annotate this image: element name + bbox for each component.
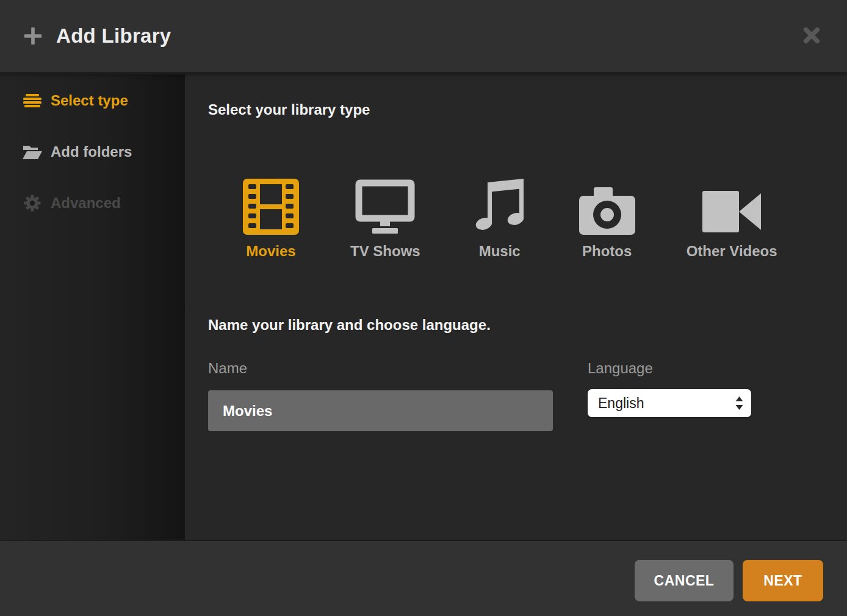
next-button[interactable]: NEXT xyxy=(743,560,823,601)
add-library-dialog: Add Library Select type xyxy=(0,0,847,616)
library-type-tv-shows[interactable]: TV Shows xyxy=(350,179,420,260)
tv-icon xyxy=(355,179,416,235)
language-field-label: Language xyxy=(588,360,653,377)
language-select-value: English xyxy=(598,395,644,412)
sidebar-item-label: Add folders xyxy=(51,143,132,160)
open-folder-icon xyxy=(22,144,43,160)
sidebar-item-add-folders[interactable]: Add folders xyxy=(0,134,185,170)
dialog-title: Add Library xyxy=(56,24,171,48)
library-type-label: TV Shows xyxy=(350,243,420,260)
music-note-icon xyxy=(472,179,528,235)
close-button[interactable] xyxy=(799,23,824,49)
dialog-footer: CANCEL NEXT xyxy=(0,540,847,616)
library-type-other-videos[interactable]: Other Videos xyxy=(687,179,777,260)
sidebar-item-label: Advanced xyxy=(51,195,121,212)
library-type-label: Photos xyxy=(582,243,632,260)
library-type-movies[interactable]: Movies xyxy=(243,179,299,260)
library-type-label: Music xyxy=(479,243,521,260)
name-section-heading: Name your library and choose language. xyxy=(208,317,491,334)
list-lines-icon xyxy=(22,94,43,107)
sidebar-item-label: Select type xyxy=(51,92,128,109)
plus-icon xyxy=(23,26,43,46)
library-type-label: Movies xyxy=(246,243,295,260)
library-type-heading: Select your library type xyxy=(208,101,370,118)
language-select[interactable]: English xyxy=(588,389,751,417)
wizard-content: Select your library type xyxy=(185,74,847,540)
wizard-sidebar: Select type Add folders xyxy=(0,74,185,540)
cancel-button[interactable]: CANCEL xyxy=(635,560,733,601)
video-camera-icon xyxy=(702,179,761,235)
library-name-input[interactable] xyxy=(208,390,553,431)
library-type-music[interactable]: Music xyxy=(472,179,528,260)
select-arrows-icon xyxy=(735,396,743,410)
library-type-row: Movies TV Shows xyxy=(243,179,777,260)
library-type-photos[interactable]: Photos xyxy=(579,179,635,260)
sidebar-item-select-type[interactable]: Select type xyxy=(0,83,185,118)
name-field-label: Name xyxy=(208,360,247,377)
library-type-label: Other Videos xyxy=(687,243,777,260)
gear-icon xyxy=(22,194,43,212)
camera-icon xyxy=(579,179,635,235)
dialog-header: Add Library xyxy=(0,0,847,73)
sidebar-item-advanced: Advanced xyxy=(0,185,185,221)
film-strip-icon xyxy=(243,179,299,235)
close-icon xyxy=(803,27,820,46)
